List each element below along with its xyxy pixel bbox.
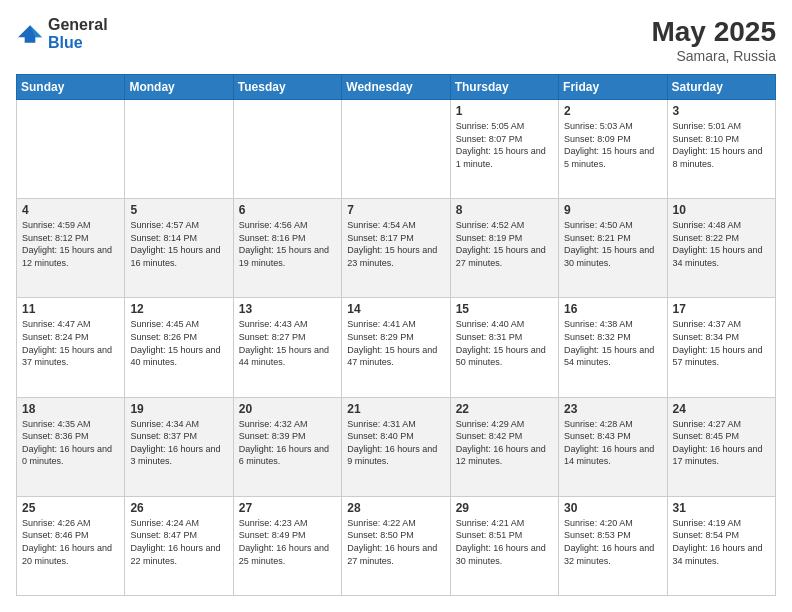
day-number: 31 <box>673 501 770 515</box>
table-row <box>233 100 341 199</box>
location: Samara, Russia <box>651 48 776 64</box>
day-info: Sunrise: 4:56 AMSunset: 8:16 PMDaylight:… <box>239 220 329 268</box>
table-row: 29Sunrise: 4:21 AMSunset: 8:51 PMDayligh… <box>450 496 558 595</box>
day-number: 2 <box>564 104 661 118</box>
day-info: Sunrise: 4:48 AMSunset: 8:22 PMDaylight:… <box>673 220 763 268</box>
table-row: 21Sunrise: 4:31 AMSunset: 8:40 PMDayligh… <box>342 397 450 496</box>
table-row: 15Sunrise: 4:40 AMSunset: 8:31 PMDayligh… <box>450 298 558 397</box>
day-number: 12 <box>130 302 227 316</box>
day-info: Sunrise: 4:59 AMSunset: 8:12 PMDaylight:… <box>22 220 112 268</box>
table-row: 10Sunrise: 4:48 AMSunset: 8:22 PMDayligh… <box>667 199 775 298</box>
table-row: 30Sunrise: 4:20 AMSunset: 8:53 PMDayligh… <box>559 496 667 595</box>
day-info: Sunrise: 5:01 AMSunset: 8:10 PMDaylight:… <box>673 121 763 169</box>
day-info: Sunrise: 4:50 AMSunset: 8:21 PMDaylight:… <box>564 220 654 268</box>
header: General Blue May 2025 Samara, Russia <box>16 16 776 64</box>
table-row: 26Sunrise: 4:24 AMSunset: 8:47 PMDayligh… <box>125 496 233 595</box>
day-info: Sunrise: 4:40 AMSunset: 8:31 PMDaylight:… <box>456 319 546 367</box>
day-info: Sunrise: 4:37 AMSunset: 8:34 PMDaylight:… <box>673 319 763 367</box>
day-info: Sunrise: 4:28 AMSunset: 8:43 PMDaylight:… <box>564 419 654 467</box>
week-row-5: 25Sunrise: 4:26 AMSunset: 8:46 PMDayligh… <box>17 496 776 595</box>
day-info: Sunrise: 4:52 AMSunset: 8:19 PMDaylight:… <box>456 220 546 268</box>
day-number: 27 <box>239 501 336 515</box>
day-number: 7 <box>347 203 444 217</box>
day-number: 28 <box>347 501 444 515</box>
table-row: 17Sunrise: 4:37 AMSunset: 8:34 PMDayligh… <box>667 298 775 397</box>
week-row-4: 18Sunrise: 4:35 AMSunset: 8:36 PMDayligh… <box>17 397 776 496</box>
day-number: 26 <box>130 501 227 515</box>
day-number: 11 <box>22 302 119 316</box>
day-number: 23 <box>564 402 661 416</box>
col-monday: Monday <box>125 75 233 100</box>
logo-general: General <box>48 16 108 33</box>
table-row: 23Sunrise: 4:28 AMSunset: 8:43 PMDayligh… <box>559 397 667 496</box>
day-info: Sunrise: 4:45 AMSunset: 8:26 PMDaylight:… <box>130 319 220 367</box>
table-row: 1Sunrise: 5:05 AMSunset: 8:07 PMDaylight… <box>450 100 558 199</box>
table-row: 13Sunrise: 4:43 AMSunset: 8:27 PMDayligh… <box>233 298 341 397</box>
day-info: Sunrise: 4:41 AMSunset: 8:29 PMDaylight:… <box>347 319 437 367</box>
day-number: 24 <box>673 402 770 416</box>
day-info: Sunrise: 4:20 AMSunset: 8:53 PMDaylight:… <box>564 518 654 566</box>
logo: General Blue <box>16 16 108 52</box>
day-number: 30 <box>564 501 661 515</box>
table-row: 3Sunrise: 5:01 AMSunset: 8:10 PMDaylight… <box>667 100 775 199</box>
day-number: 8 <box>456 203 553 217</box>
day-number: 29 <box>456 501 553 515</box>
table-row: 31Sunrise: 4:19 AMSunset: 8:54 PMDayligh… <box>667 496 775 595</box>
day-number: 6 <box>239 203 336 217</box>
day-number: 20 <box>239 402 336 416</box>
day-number: 21 <box>347 402 444 416</box>
table-row: 16Sunrise: 4:38 AMSunset: 8:32 PMDayligh… <box>559 298 667 397</box>
table-row <box>17 100 125 199</box>
week-row-3: 11Sunrise: 4:47 AMSunset: 8:24 PMDayligh… <box>17 298 776 397</box>
day-info: Sunrise: 4:24 AMSunset: 8:47 PMDaylight:… <box>130 518 220 566</box>
day-info: Sunrise: 4:23 AMSunset: 8:49 PMDaylight:… <box>239 518 329 566</box>
table-row: 12Sunrise: 4:45 AMSunset: 8:26 PMDayligh… <box>125 298 233 397</box>
day-info: Sunrise: 4:29 AMSunset: 8:42 PMDaylight:… <box>456 419 546 467</box>
page: General Blue May 2025 Samara, Russia Sun… <box>0 0 792 612</box>
day-number: 19 <box>130 402 227 416</box>
day-info: Sunrise: 4:22 AMSunset: 8:50 PMDaylight:… <box>347 518 437 566</box>
day-info: Sunrise: 5:03 AMSunset: 8:09 PMDaylight:… <box>564 121 654 169</box>
day-number: 3 <box>673 104 770 118</box>
table-row: 6Sunrise: 4:56 AMSunset: 8:16 PMDaylight… <box>233 199 341 298</box>
day-info: Sunrise: 4:43 AMSunset: 8:27 PMDaylight:… <box>239 319 329 367</box>
calendar-table: Sunday Monday Tuesday Wednesday Thursday… <box>16 74 776 596</box>
week-row-1: 1Sunrise: 5:05 AMSunset: 8:07 PMDaylight… <box>17 100 776 199</box>
day-number: 17 <box>673 302 770 316</box>
table-row: 9Sunrise: 4:50 AMSunset: 8:21 PMDaylight… <box>559 199 667 298</box>
table-row <box>342 100 450 199</box>
day-info: Sunrise: 4:57 AMSunset: 8:14 PMDaylight:… <box>130 220 220 268</box>
day-info: Sunrise: 4:35 AMSunset: 8:36 PMDaylight:… <box>22 419 112 467</box>
day-info: Sunrise: 4:54 AMSunset: 8:17 PMDaylight:… <box>347 220 437 268</box>
table-row: 8Sunrise: 4:52 AMSunset: 8:19 PMDaylight… <box>450 199 558 298</box>
logo-blue: Blue <box>48 34 83 51</box>
day-info: Sunrise: 4:31 AMSunset: 8:40 PMDaylight:… <box>347 419 437 467</box>
month-year: May 2025 <box>651 16 776 48</box>
day-number: 13 <box>239 302 336 316</box>
day-number: 18 <box>22 402 119 416</box>
day-info: Sunrise: 4:27 AMSunset: 8:45 PMDaylight:… <box>673 419 763 467</box>
day-info: Sunrise: 4:34 AMSunset: 8:37 PMDaylight:… <box>130 419 220 467</box>
table-row: 11Sunrise: 4:47 AMSunset: 8:24 PMDayligh… <box>17 298 125 397</box>
day-number: 10 <box>673 203 770 217</box>
day-info: Sunrise: 4:19 AMSunset: 8:54 PMDaylight:… <box>673 518 763 566</box>
title-block: May 2025 Samara, Russia <box>651 16 776 64</box>
day-number: 16 <box>564 302 661 316</box>
day-number: 4 <box>22 203 119 217</box>
table-row: 28Sunrise: 4:22 AMSunset: 8:50 PMDayligh… <box>342 496 450 595</box>
day-info: Sunrise: 4:21 AMSunset: 8:51 PMDaylight:… <box>456 518 546 566</box>
day-info: Sunrise: 4:38 AMSunset: 8:32 PMDaylight:… <box>564 319 654 367</box>
logo-icon <box>16 24 44 44</box>
day-info: Sunrise: 4:32 AMSunset: 8:39 PMDaylight:… <box>239 419 329 467</box>
day-number: 1 <box>456 104 553 118</box>
week-row-2: 4Sunrise: 4:59 AMSunset: 8:12 PMDaylight… <box>17 199 776 298</box>
col-friday: Friday <box>559 75 667 100</box>
table-row: 14Sunrise: 4:41 AMSunset: 8:29 PMDayligh… <box>342 298 450 397</box>
day-info: Sunrise: 5:05 AMSunset: 8:07 PMDaylight:… <box>456 121 546 169</box>
table-row: 5Sunrise: 4:57 AMSunset: 8:14 PMDaylight… <box>125 199 233 298</box>
table-row: 24Sunrise: 4:27 AMSunset: 8:45 PMDayligh… <box>667 397 775 496</box>
day-number: 9 <box>564 203 661 217</box>
table-row: 20Sunrise: 4:32 AMSunset: 8:39 PMDayligh… <box>233 397 341 496</box>
col-saturday: Saturday <box>667 75 775 100</box>
day-number: 22 <box>456 402 553 416</box>
